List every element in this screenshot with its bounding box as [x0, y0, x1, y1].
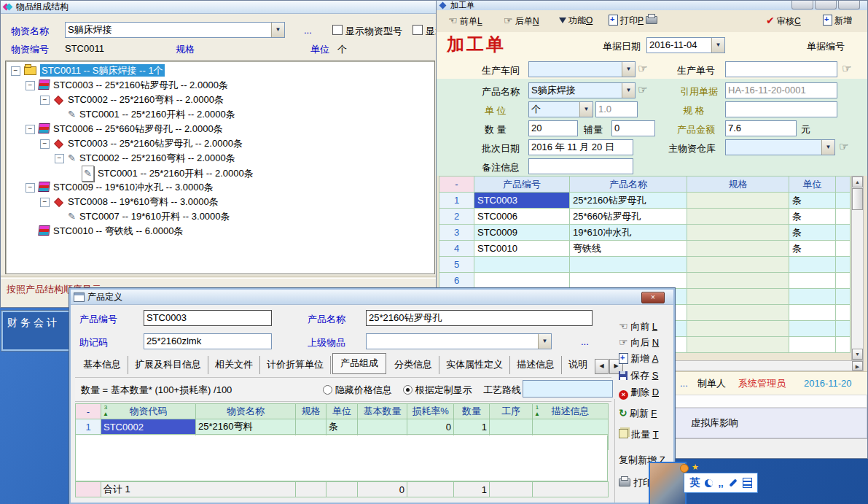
close-button[interactable]	[838, 1, 860, 9]
batch-date-input[interactable]: 2016 年 11 月 20 日	[528, 139, 633, 155]
material-name-combo[interactable]: S躺床焊接 ▼	[65, 22, 285, 38]
col-rowmark[interactable]: -	[439, 177, 474, 193]
tab-extended-info[interactable]: 扩展及科目信息	[128, 356, 208, 374]
tree-item[interactable]: −STC0003 -- 25*2160钻罗母孔 -- 2.0000条	[6, 136, 434, 151]
tab-pricing-unit[interactable]: 计价折算单位	[260, 356, 331, 374]
col-spec[interactable]: 规格	[296, 404, 327, 419]
tree-item[interactable]: STC0010 -- 弯铁线 -- 6.0000条	[6, 224, 434, 239]
tree-item[interactable]: ✎STC0001 -- 25*2160开料 -- 2.0000条	[6, 166, 434, 180]
tab-notes[interactable]: 说明	[562, 356, 594, 374]
tree-item[interactable]: −STC0003 -- 25*2160钻罗母孔 -- 2.0000条	[6, 78, 434, 93]
workshop-combo[interactable]: ▼	[528, 61, 636, 77]
tree-item[interactable]: −STC0006 -- 25*660钻罗母孔 -- 2.0000条	[6, 122, 434, 136]
ime-softkeyboard-icon[interactable]	[743, 478, 752, 488]
delete-button[interactable]: ×删除 D	[619, 386, 659, 400]
radio-selected-icon[interactable]	[403, 385, 413, 395]
chevron-down-icon[interactable]: ▼	[821, 140, 834, 155]
col-unit[interactable]: 单位	[327, 404, 358, 419]
qty-input[interactable]: 20	[528, 120, 578, 136]
tree-expander[interactable]: −	[55, 154, 64, 163]
minimize-button[interactable]	[791, 1, 813, 9]
route-input[interactable]	[523, 380, 613, 398]
show-model-checkbox[interactable]	[332, 25, 343, 35]
unit-factor-input[interactable]: 1.0	[595, 101, 638, 117]
batch-button[interactable]: 批量 T	[619, 428, 659, 441]
ime-punctuation-button[interactable]: ,,	[718, 478, 723, 489]
close-button[interactable]: ×	[641, 292, 665, 303]
tree-expander[interactable]: −	[26, 81, 35, 90]
next-doc-button[interactable]: ☞ 后单N	[504, 15, 539, 28]
maximize-button[interactable]	[815, 1, 837, 9]
chevron-down-icon[interactable]: ▼	[271, 23, 284, 37]
tree-expander[interactable]: −	[26, 183, 35, 193]
print-button[interactable]: 打印P	[609, 15, 657, 27]
hide-price-radio[interactable]: 隐藏价格信息	[323, 384, 392, 397]
col-loss-rate[interactable]: 损耗率%	[407, 404, 454, 419]
table-row[interactable]: 2STC000625*660钻罗母孔条	[439, 209, 851, 225]
col-spec[interactable]: 规格	[687, 177, 789, 193]
unit-combo[interactable]: 个▼	[528, 101, 593, 117]
workshop-lookup-icon[interactable]: ☞	[638, 63, 647, 74]
tree-item[interactable]: −STC0009 -- 19*610冲水孔 -- 3.0000条	[6, 180, 434, 195]
col-qty[interactable]: 数量	[454, 404, 490, 419]
save-button[interactable]: 保存 S	[619, 369, 658, 382]
amount-input[interactable]: 7.6	[725, 120, 797, 136]
tree-item[interactable]: −STC0002 -- 25*2160弯料 -- 2.0000条	[6, 93, 434, 107]
table-row[interactable]: 1 STC0002 25*2160弯料 条 0 1	[76, 419, 609, 435]
remark-input[interactable]	[528, 158, 633, 174]
scroll-down-button[interactable]: ▼	[852, 349, 863, 360]
col-process[interactable]: 工序	[490, 404, 533, 419]
col-product-name[interactable]: 产品名称	[570, 177, 687, 193]
doc-date-combo[interactable]: 2016-11-04▼	[646, 37, 725, 53]
product-combo[interactable]: S躺床焊接▼	[528, 82, 636, 98]
add-doc-button[interactable]: 新增	[823, 15, 852, 27]
product-name-input[interactable]: 25*2160钻罗母孔	[366, 310, 593, 326]
prod-no-input[interactable]	[725, 61, 837, 77]
table-row[interactable]: 3STC000919*610冲水孔条	[439, 225, 851, 241]
cell-selected[interactable]: STC0002	[101, 419, 196, 435]
star-icon[interactable]: ★	[692, 462, 699, 472]
tree-expander[interactable]: −	[11, 66, 20, 76]
product-window-titlebar[interactable]: 产品定义	[71, 290, 673, 305]
col-description[interactable]: 1▲描述信息	[533, 404, 609, 419]
product-code-input[interactable]: STC0003	[144, 310, 272, 326]
bom-window-titlebar[interactable]: 物品组成结构	[1, 1, 437, 14]
ime-moon-icon[interactable]	[705, 479, 713, 487]
table-row[interactable]: 6	[439, 273, 851, 289]
col-base-qty[interactable]: 基本数量	[358, 404, 407, 419]
chevron-down-icon[interactable]: ▼	[711, 38, 724, 53]
ime-language-button[interactable]: 英	[689, 476, 700, 489]
audit-button[interactable]: ✔ 审核C	[766, 15, 801, 28]
ime-wrench-icon[interactable]	[729, 478, 737, 486]
scroll-up-button[interactable]: ▲	[852, 177, 863, 187]
next-button[interactable]: ☞ 向后 N	[619, 336, 659, 349]
prev-doc-button[interactable]: ☜ 前单L	[448, 15, 482, 28]
material-more-button[interactable]: ...	[304, 25, 312, 36]
tree-expander[interactable]: −	[40, 198, 50, 207]
chevron-down-icon[interactable]: ▼	[538, 334, 551, 349]
tree-expander[interactable]: −	[40, 139, 50, 149]
table-row[interactable]: 5	[439, 257, 851, 273]
tab-entity-attributes[interactable]: 实体属性定义	[439, 356, 510, 374]
tree-item[interactable]: ✎STC0001 -- 25*2160开料 -- 2.0000条	[6, 107, 434, 122]
col-material-name[interactable]: 物资名称	[196, 404, 296, 419]
warehouse-lookup-icon[interactable]: ☞	[839, 141, 848, 152]
tab-related-files[interactable]: 相关文件	[208, 356, 260, 374]
spec-input[interactable]	[725, 101, 837, 117]
tree-item[interactable]: −STC0008 -- 19*610弯料 -- 3.0000条	[6, 195, 434, 209]
col-product-code[interactable]: 产品编号	[474, 177, 570, 193]
chevron-down-icon[interactable]: ▼	[622, 83, 635, 98]
table-row[interactable]: 1STC000325*2160钻罗母孔条	[439, 193, 851, 209]
v-scrollbar[interactable]: ▲ ▼	[851, 176, 864, 360]
col-unit[interactable]: 单位	[789, 177, 836, 193]
tab-description[interactable]: 描述信息	[510, 356, 562, 374]
chevron-down-icon[interactable]: ▼	[622, 62, 635, 77]
prev-button[interactable]: ☜ 向前 L	[619, 320, 657, 333]
tree-item[interactable]: −✎STC0002 -- 25*2160弯料 -- 2.0000条	[6, 151, 434, 166]
face-icon[interactable]	[680, 464, 689, 473]
tree-item[interactable]: ✎STC0007 -- 19*610开料 -- 3.0000条	[6, 209, 434, 224]
cell-selected[interactable]: STC0003	[474, 193, 570, 209]
refresh-button[interactable]: ↻刷新 F	[619, 407, 657, 420]
mnemonic-input[interactable]: 25*2160zlmk	[144, 333, 272, 349]
tree-item[interactable]: −STC0011 -- S躺床焊接 -- 1个	[6, 63, 434, 78]
